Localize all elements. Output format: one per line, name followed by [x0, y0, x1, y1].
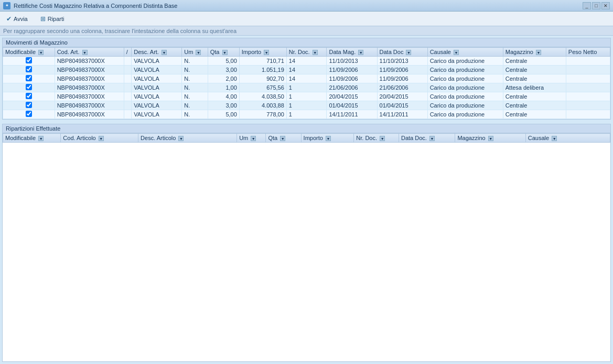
col-um: Um ▼	[182, 48, 208, 57]
checkmark-icon: ✔	[6, 15, 12, 23]
row-desc: VALVOLA	[132, 92, 182, 101]
row-importo: 710,71	[239, 57, 286, 66]
row-datadoc: 21/06/2006	[377, 83, 427, 92]
row-checkbox-cell[interactable]	[3, 57, 55, 66]
row-causale: Carico da produzione	[427, 92, 503, 101]
movimenti-table: Modificabile ▼ Cod. Art. ▼ / Desc. Art. …	[3, 47, 610, 119]
row-qta: 2,00	[208, 74, 239, 83]
app-icon: ✦	[3, 2, 10, 9]
rcol-importo: Importo ▼	[301, 134, 354, 143]
minimize-button[interactable]: _	[583, 2, 591, 9]
row-slash	[124, 83, 131, 92]
filter-importo[interactable]: ▼	[264, 50, 269, 55]
filter-datadoc[interactable]: ▼	[406, 50, 411, 55]
col-datamag: Data Mag. ▼	[327, 48, 377, 57]
row-magazzino: Centrale	[503, 92, 566, 101]
row-importo: 902,70	[239, 74, 286, 83]
row-checkbox-cell[interactable]	[3, 66, 55, 74]
filter-modificabile[interactable]: ▼	[38, 50, 44, 55]
col-datadoc: Data Doc ▼	[377, 48, 427, 57]
filter-desc-art[interactable]: ▼	[162, 50, 167, 55]
close-button[interactable]: ✕	[601, 2, 610, 9]
filter-magazzino[interactable]: ▼	[536, 50, 541, 55]
row-cod: NBP8049837000X	[55, 66, 124, 74]
row-checkbox[interactable]	[26, 102, 32, 108]
row-checkbox[interactable]	[26, 66, 32, 72]
row-nrdoc: 1	[286, 92, 327, 101]
rfilter-importo[interactable]: ▼	[326, 136, 331, 141]
row-cod: NBP8049837000X	[55, 57, 124, 66]
row-datamag: 11/09/2006	[327, 66, 377, 74]
ripartizioni-table-container[interactable]: Modificabile ▼ Cod. Articolo ▼ Desc. Art…	[3, 133, 610, 361]
row-desc: VALVOLA	[132, 83, 182, 92]
row-checkbox-cell[interactable]	[3, 101, 55, 110]
rcol-cod-articolo: Cod. Articolo ▼	[61, 134, 138, 143]
row-checkbox[interactable]	[26, 93, 32, 99]
toolbar: ✔ Avvia ⊞ Riparti	[0, 12, 613, 26]
row-checkbox[interactable]	[26, 84, 32, 90]
row-um: N.	[182, 57, 208, 66]
row-peso	[566, 74, 610, 83]
row-checkbox-cell[interactable]	[3, 92, 55, 101]
row-peso	[566, 110, 610, 119]
row-um: N.	[182, 101, 208, 110]
row-nrdoc: 1	[286, 101, 327, 110]
col-causale: Causale ▼	[427, 48, 503, 57]
row-importo: 4.038,50	[239, 92, 286, 101]
row-nrdoc: 14	[286, 66, 327, 74]
filter-cod-art[interactable]: ▼	[82, 50, 88, 55]
row-importo: 4.003,88	[239, 101, 286, 110]
col-importo: Importo ▼	[239, 48, 286, 57]
row-checkbox-cell[interactable]	[3, 110, 55, 119]
table-row[interactable]: NBP8049837000X VALVOLA N. 5,00 778,00 1 …	[3, 110, 610, 119]
row-magazzino: Centrale	[503, 57, 566, 66]
rfilter-magazzino[interactable]: ▼	[488, 136, 493, 141]
rfilter-desc[interactable]: ▼	[178, 136, 184, 141]
table-row[interactable]: NBP8049837000X VALVOLA N. 2,00 902,70 14…	[3, 74, 610, 83]
rfilter-qta[interactable]: ▼	[280, 136, 285, 141]
rfilter-datadoc[interactable]: ▼	[429, 136, 435, 141]
rfilter-um[interactable]: ▼	[251, 136, 256, 141]
row-causale: Carico da produzione	[427, 74, 503, 83]
row-datamag: 11/09/2006	[327, 74, 377, 83]
row-datamag: 11/10/2013	[327, 57, 377, 66]
table-row[interactable]: NBP8049837000X VALVOLA N. 5,00 710,71 14…	[3, 57, 610, 66]
filter-datamag[interactable]: ▼	[358, 50, 363, 55]
row-datadoc: 11/09/2006	[377, 74, 427, 83]
row-cod: NBP8049837000X	[55, 110, 124, 119]
row-datamag: 01/04/2015	[327, 101, 377, 110]
row-slash	[124, 101, 131, 110]
rfilter-causale[interactable]: ▼	[552, 136, 557, 141]
avvia-label: Avvia	[14, 16, 28, 22]
rfilter-cod[interactable]: ▼	[99, 136, 104, 141]
row-cod: NBP8049837000X	[55, 74, 124, 83]
maximize-button[interactable]: □	[592, 2, 600, 9]
table-row[interactable]: NBP8049837000X VALVOLA N. 4,00 4.038,50 …	[3, 92, 610, 101]
row-datamag: 20/04/2015	[327, 92, 377, 101]
row-qta: 5,00	[208, 110, 239, 119]
riparti-button[interactable]: ⊞ Riparti	[37, 14, 68, 24]
row-checkbox[interactable]	[26, 57, 32, 63]
row-nrdoc: 1	[286, 110, 327, 119]
table-row[interactable]: NBP8049837000X VALVOLA N. 3,00 4.003,88 …	[3, 101, 610, 110]
row-checkbox[interactable]	[26, 111, 32, 117]
col-qta: Qta ▼	[208, 48, 239, 57]
row-checkbox-cell[interactable]	[3, 83, 55, 92]
rfilter-modificabile[interactable]: ▼	[38, 136, 44, 141]
table-row[interactable]: NBP8049837000X VALVOLA N. 1,00 675,56 1 …	[3, 83, 610, 92]
movimenti-table-container[interactable]: Modificabile ▼ Cod. Art. ▼ / Desc. Art. …	[3, 47, 610, 119]
filter-qta[interactable]: ▼	[222, 50, 228, 55]
row-um: N.	[182, 92, 208, 101]
row-magazzino: Centrale	[503, 101, 566, 110]
row-datadoc: 20/04/2015	[377, 92, 427, 101]
rfilter-nrdoc[interactable]: ▼	[380, 136, 385, 141]
filter-nrdoc[interactable]: ▼	[313, 50, 318, 55]
row-checkbox-cell[interactable]	[3, 74, 55, 83]
filter-um[interactable]: ▼	[196, 50, 201, 55]
row-checkbox[interactable]	[26, 75, 32, 81]
row-magazzino: Centrale	[503, 74, 566, 83]
avvia-button[interactable]: ✔ Avvia	[3, 14, 31, 24]
filter-causale[interactable]: ▼	[454, 50, 459, 55]
window-title: Rettifiche Costi Magazzino Relativa a Co…	[14, 3, 177, 9]
table-row[interactable]: NBP8049837000X VALVOLA N. 3,00 1.051,19 …	[3, 66, 610, 74]
